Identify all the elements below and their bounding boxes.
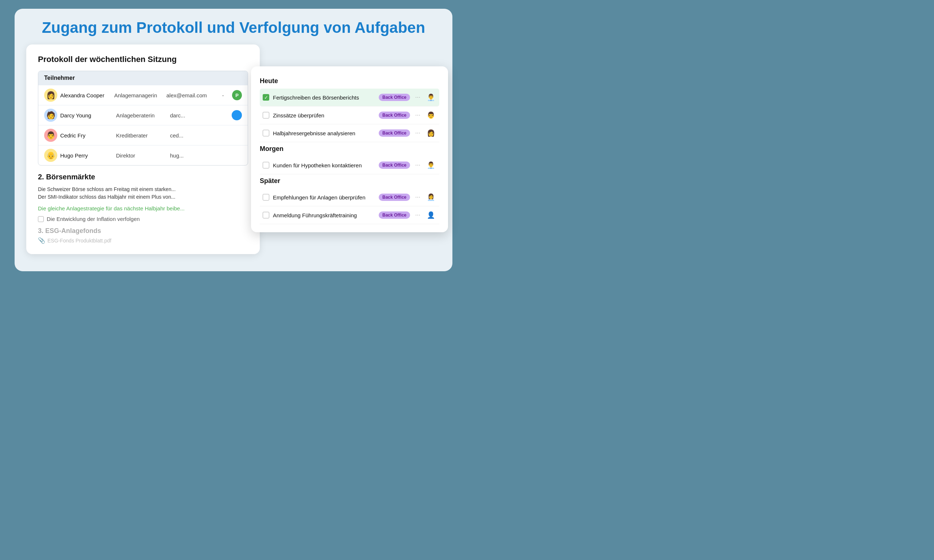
task-badge: Back Office [379,112,410,119]
separator: - [222,92,229,98]
task-name: Empfehlungen für Anlagen überprüfen [273,194,375,200]
task-badge: Back Office [379,129,410,137]
checkbox-label: Die Entwicklung der Inflation verfolgen [47,216,140,222]
task-name: Zinssätze überprüfen [273,112,375,118]
participant-badge: P [232,90,242,100]
task-name: Anmeldung Führungskräftetraining [273,212,375,218]
participant-email: hug... [170,152,225,158]
participant-role: Direktor [116,152,167,158]
section2-text1: Die Schweizer Börse schloss am Freitag m… [38,186,248,201]
task-row: Zinssätze überprüfen Back Office ⋯ 👨 [260,106,439,124]
task-checkbox[interactable] [263,130,269,136]
avatar: 🧑 [44,109,57,122]
section2-heading: 2. Börsenmärkte [38,173,248,181]
task-checkbox[interactable] [263,194,269,200]
task-menu-icon[interactable]: ⋯ [414,212,422,218]
task-name: Halbjahresergebnisse analysieren [273,130,375,136]
task-menu-icon[interactable]: ⋯ [414,112,422,118]
participant-email: darc... [170,112,225,118]
outer-container: Zugang zum Protokoll und Verfolgung von … [15,9,452,271]
task-row: ✓ Fertigschreiben des Börsenberichts Bac… [260,89,439,106]
participant-row: 🧑 Darcy Young Anlageberaterin darc... [38,105,248,125]
participant-badge [232,110,242,120]
task-row: Halbjahresergebnisse analysieren Back Of… [260,124,439,142]
participant-name: Hugo Perry [60,152,113,158]
task-avatar: 👩 [425,128,436,138]
section3-heading: 3. ESG-Anlagefonds [38,227,248,235]
task-avatar: 👨‍💼 [425,92,436,103]
group-header-heute: Heute [260,74,439,87]
participants-header: Teilnehmer [38,71,248,85]
task-badge: Back Office [379,94,410,101]
participant-row: 👩 Alexandra Cooper Anlagemanagerin alex@… [38,85,248,105]
participant-name: Cedric Fry [60,132,113,138]
task-avatar: 👤 [425,210,436,221]
task-checkbox[interactable]: ✓ [263,94,269,101]
participant-row: 👨 Cedric Fry Kreditberater ced... [38,125,248,145]
group-header-spaeter: Später [260,174,439,187]
task-avatar: 👨‍💼 [425,160,436,171]
pdf-label: ESG-Fonds Produktblatt.pdf [48,238,111,243]
protocol-card: Protokoll der wöchentlichen Sitzung Teil… [26,45,260,254]
participant-row: 👴 Hugo Perry Direktor hug... [38,145,248,165]
checkbox[interactable] [38,216,44,222]
pdf-icon: 📎 [38,237,45,244]
participant-email: alex@email.com [166,92,219,98]
participant-name: Darcy Young [60,112,113,118]
participant-role: Kreditberater [116,132,167,138]
participant-name: Alexandra Cooper [60,92,111,98]
task-menu-icon[interactable]: ⋯ [414,94,422,100]
avatar: 👴 [44,149,57,162]
participant-email: ced... [170,132,225,138]
task-menu-icon[interactable]: ⋯ [414,162,422,168]
protocol-title: Protokoll der wöchentlichen Sitzung [38,55,248,64]
task-row: Kunden für Hypotheken kontaktieren Back … [260,156,439,174]
participant-role: Anlagemanagerin [114,92,163,98]
task-checkbox[interactable] [263,112,269,118]
task-menu-icon[interactable]: ⋯ [414,194,422,200]
checkbox-row: Die Entwicklung der Inflation verfolgen [38,216,248,222]
task-badge: Back Office [379,162,410,169]
task-row: Anmeldung Führungskräftetraining Back Of… [260,206,439,224]
task-menu-icon[interactable]: ⋯ [414,130,422,136]
group-header-morgen: Morgen [260,142,439,155]
task-name: Fertigschreiben des Börsenberichts [273,94,375,101]
task-checkbox[interactable] [263,212,269,218]
avatar: 👩 [44,89,57,102]
highlighted-text: Die gleiche Anlagestrategie für das näch… [38,205,248,211]
task-avatar: 👨 [425,110,436,121]
task-badge: Back Office [379,211,410,219]
task-checkbox[interactable] [263,162,269,168]
avatar: 👨 [44,129,57,142]
participant-role: Anlageberaterin [116,112,167,118]
task-card: Heute ✓ Fertigschreiben des Börsenberich… [251,66,448,232]
task-badge: Back Office [379,194,410,201]
task-avatar: 👩‍💼 [425,192,436,203]
task-name: Kunden für Hypotheken kontaktieren [273,162,375,168]
pdf-row: 📎 ESG-Fonds Produktblatt.pdf [38,237,248,244]
participants-table: Teilnehmer 👩 Alexandra Cooper Anlagemana… [38,71,248,166]
cards-row: Protokoll der wöchentlichen Sitzung Teil… [26,45,441,254]
task-row: Empfehlungen für Anlagen überprüfen Back… [260,188,439,206]
main-title: Zugang zum Protokoll und Verfolgung von … [26,19,441,37]
